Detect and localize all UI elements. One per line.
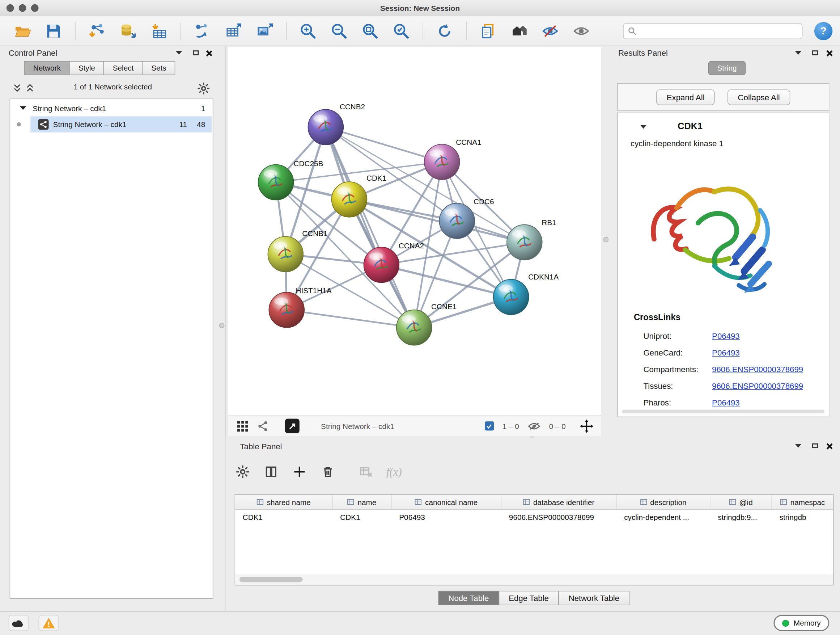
panel-close-icon[interactable]	[826, 50, 832, 57]
home-icon[interactable]	[509, 21, 529, 40]
network-edge-CCNB2-CCNA1[interactable]	[325, 127, 442, 162]
string-tab[interactable]: String	[708, 61, 746, 75]
scrollbar-thumb[interactable]	[240, 577, 303, 582]
collapse-all-button[interactable]: Collapse All	[728, 89, 790, 105]
network-node-CDKN1A[interactable]	[493, 279, 529, 315]
network-node-RB1[interactable]	[507, 225, 542, 260]
expand-all-button[interactable]: Expand All	[657, 89, 715, 105]
table-cell[interactable]: CDK1	[333, 513, 392, 522]
tab-node-table[interactable]: Node Table	[438, 591, 499, 605]
refresh-icon[interactable]	[435, 21, 454, 40]
table-cell[interactable]: stringdb:9...	[711, 513, 772, 522]
panel-maximize-icon[interactable]	[812, 50, 818, 55]
column-header-name[interactable]: name	[333, 495, 392, 509]
tree-expander-icon[interactable]	[20, 106, 27, 110]
column-header-description[interactable]: description	[617, 495, 711, 509]
network-edge-CCNB2-CCNE1[interactable]	[325, 127, 414, 328]
panel-maximize-icon[interactable]	[812, 443, 818, 448]
column-header-database-identifier[interactable]: database identifier	[501, 495, 616, 509]
crosslink-link[interactable]: P06493	[712, 398, 740, 407]
tab-sets[interactable]: Sets	[142, 61, 175, 75]
panel-float-icon[interactable]	[795, 444, 802, 448]
right-splitter-handle[interactable]	[603, 237, 608, 242]
zoom-in-icon[interactable]	[298, 21, 317, 40]
results-horizontal-scrollbar[interactable]	[622, 409, 824, 413]
tab-style[interactable]: Style	[69, 61, 104, 75]
tab-network-table[interactable]: Network Table	[559, 591, 630, 605]
panel-maximize-icon[interactable]	[193, 50, 199, 55]
import-network-database-icon[interactable]	[118, 21, 137, 40]
network-canvas[interactable]: CCNB2CCNA1CDC25BCDK1CDC6RB1CCNB1CCNA2CDK…	[228, 47, 601, 415]
zoom-fit-icon[interactable]	[361, 21, 380, 40]
delete-table-icon[interactable]	[358, 464, 374, 480]
table-cell[interactable]: 9606.ENSP00000378699	[501, 513, 616, 522]
task-warning-button[interactable]	[39, 615, 59, 631]
table-gear-icon[interactable]	[235, 464, 251, 480]
show-columns-icon[interactable]	[263, 464, 279, 480]
copy-document-icon[interactable]	[478, 21, 497, 40]
crosslink-link[interactable]: 9606.ENSP00000378699	[712, 381, 803, 390]
column-header-namespace[interactable]: namespac	[772, 495, 833, 509]
gear-icon[interactable]	[197, 82, 210, 95]
tab-edge-table[interactable]: Edge Table	[499, 591, 559, 605]
table-cell[interactable]: CDK1	[235, 513, 333, 522]
crosslink-link[interactable]: P06493	[712, 331, 740, 340]
column-header-id[interactable]: @id	[711, 495, 772, 509]
network-node-CCNA1[interactable]	[424, 144, 460, 180]
zoom-out-icon[interactable]	[330, 21, 349, 40]
hide-selected-eye-icon[interactable]	[540, 21, 560, 40]
table-row[interactable]: CDK1 CDK1 P06493 9606.ENSP00000378699 cy…	[235, 510, 833, 524]
new-network-selection-icon[interactable]	[193, 21, 212, 40]
panel-float-icon[interactable]	[795, 51, 802, 55]
network-node-CCNE1[interactable]	[396, 310, 432, 345]
export-table-icon[interactable]	[224, 21, 243, 40]
gene-section-header[interactable]: CDK1	[617, 119, 829, 134]
network-node-CDC6[interactable]	[439, 203, 475, 239]
network-node-CCNB1[interactable]	[268, 236, 303, 272]
crosslink-link[interactable]: 9606.ENSP00000378699	[712, 364, 803, 374]
panel-close-icon[interactable]	[826, 443, 832, 450]
crosslink-label: Tissues:	[644, 381, 673, 390]
network-node-CCNB2[interactable]	[308, 109, 344, 145]
network-row[interactable]: String Network – cdk1 11 48	[10, 116, 213, 132]
network-node-CDK1[interactable]	[332, 182, 367, 217]
table-horizontal-scrollbar[interactable]	[235, 575, 833, 585]
panel-float-icon[interactable]	[176, 51, 182, 55]
left-splitter-handle[interactable]	[219, 323, 225, 328]
selected-indicator-checkbox[interactable]	[485, 421, 494, 431]
crosslink-link[interactable]: P06493	[712, 348, 740, 357]
open-session-icon[interactable]	[13, 21, 32, 40]
tab-network[interactable]: Network	[24, 61, 70, 75]
import-network-file-icon[interactable]	[87, 21, 106, 40]
pan-move-icon[interactable]	[579, 419, 594, 433]
section-expander-icon[interactable]	[640, 125, 647, 128]
panel-close-icon[interactable]	[205, 50, 212, 57]
import-table-file-icon[interactable]	[149, 21, 169, 40]
show-all-eye-icon[interactable]	[572, 21, 591, 40]
function-builder-icon[interactable]: f(x)	[386, 465, 402, 478]
network-node-CDC25B[interactable]	[258, 165, 294, 200]
network-node-HIST1H1A[interactable]	[269, 292, 304, 328]
grid-view-icon[interactable]	[237, 420, 249, 432]
tab-select[interactable]: Select	[104, 61, 143, 75]
delete-column-icon[interactable]	[320, 464, 336, 480]
table-cell[interactable]: P06493	[392, 513, 502, 522]
save-session-icon[interactable]	[44, 21, 63, 40]
table-cell[interactable]: cyclin-dependent ...	[617, 513, 711, 522]
network-collection-row[interactable]: String Network – cdk1 1	[10, 100, 213, 116]
help-button[interactable]: ?	[814, 22, 832, 40]
export-image-icon[interactable]	[255, 21, 274, 40]
table-cell[interactable]: stringdb	[772, 513, 833, 522]
search-box[interactable]	[623, 23, 802, 39]
search-input[interactable]	[639, 26, 798, 36]
network-edge-HIST1H1A-CCNE1[interactable]	[286, 310, 414, 328]
column-header-shared-name[interactable]: shared name	[235, 495, 333, 509]
zoom-selected-icon[interactable]	[392, 21, 411, 40]
network-overview-icon[interactable]	[257, 420, 269, 432]
open-in-new-window-icon[interactable]	[285, 419, 300, 433]
cloud-status-button[interactable]	[9, 615, 29, 631]
add-column-icon[interactable]	[292, 464, 308, 480]
network-node-CCNA2[interactable]	[364, 247, 399, 283]
column-header-canonical-name[interactable]: canonical name	[392, 495, 502, 509]
memory-button[interactable]: Memory	[774, 615, 829, 631]
